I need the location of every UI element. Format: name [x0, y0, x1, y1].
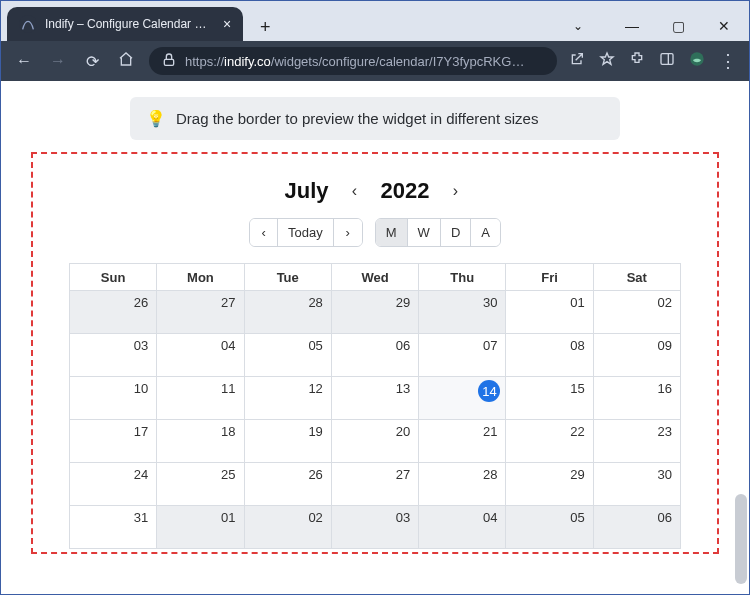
calendar-day-cell[interactable]: 17 [70, 420, 157, 462]
browser-window: Indify – Configure Calendar Widg × + ⌄ ―… [0, 0, 750, 595]
calendar-day-cell[interactable]: 05 [506, 506, 593, 548]
new-tab-button[interactable]: + [251, 13, 279, 41]
calendar-day-cell[interactable]: 21 [419, 420, 506, 462]
window-caret-icon[interactable]: ⌄ [569, 17, 587, 35]
calendar-day-cell[interactable]: 03 [70, 334, 157, 376]
view-day-button[interactable]: D [441, 219, 471, 246]
calendar-day-cell[interactable]: 05 [245, 334, 332, 376]
day-number: 16 [658, 381, 672, 396]
calendar-day-cell[interactable]: 28 [419, 463, 506, 505]
day-number: 05 [570, 510, 584, 525]
calendar-day-cell[interactable]: 28 [245, 291, 332, 333]
day-header: Tue [245, 264, 332, 290]
reload-button[interactable]: ⟳ [81, 52, 103, 71]
calendar-day-cell[interactable]: 29 [506, 463, 593, 505]
calendar-day-cell[interactable]: 03 [332, 506, 419, 548]
home-button[interactable] [115, 51, 137, 71]
window-close-icon[interactable]: ✕ [715, 17, 733, 35]
calendar-day-cell[interactable]: 15 [506, 377, 593, 419]
today-button[interactable]: Today [278, 219, 334, 246]
prev-month-button[interactable]: ‹ [345, 182, 365, 200]
calendar-day-cell[interactable]: 30 [419, 291, 506, 333]
bookmark-star-icon[interactable] [599, 51, 615, 71]
calendar-day-cell[interactable]: 02 [594, 291, 680, 333]
calendar-day-cell[interactable]: 26 [70, 291, 157, 333]
calendar-day-cell[interactable]: 06 [594, 506, 680, 548]
day-number: 03 [396, 510, 410, 525]
view-week-button[interactable]: W [408, 219, 441, 246]
calendar-day-cell[interactable]: 18 [157, 420, 244, 462]
calendar-row: 24252627282930 [70, 462, 680, 505]
view-agenda-button[interactable]: A [471, 219, 500, 246]
address-bar[interactable]: https://indify.co/widgets/configure/cale… [149, 47, 557, 75]
day-number: 06 [396, 338, 410, 353]
calendar-day-cell[interactable]: 22 [506, 420, 593, 462]
menu-icon[interactable]: ⋮ [719, 50, 737, 72]
resize-hint: 💡 Drag the border to preview the widget … [130, 97, 620, 140]
url-text: https://indify.co/widgets/configure/cale… [185, 54, 524, 69]
calendar-day-cell[interactable]: 12 [245, 377, 332, 419]
today-marker: 14 [478, 380, 500, 402]
calendar-day-cell[interactable]: 25 [157, 463, 244, 505]
day-number: 28 [483, 467, 497, 482]
calendar-day-cell[interactable]: 23 [594, 420, 680, 462]
day-number: 13 [396, 381, 410, 396]
calendar-day-cell[interactable]: 27 [332, 463, 419, 505]
day-number: 30 [658, 467, 672, 482]
share-icon[interactable] [569, 51, 585, 71]
calendar-day-cell[interactable]: 09 [594, 334, 680, 376]
calendar-day-cell[interactable]: 19 [245, 420, 332, 462]
calendar-day-cell[interactable]: 27 [157, 291, 244, 333]
lightbulb-icon: 💡 [146, 109, 166, 128]
day-number: 02 [308, 510, 322, 525]
toolbar: ← → ⟳ https://indify.co/widgets/configur… [1, 41, 749, 81]
tab-title: Indify – Configure Calendar Widg [45, 17, 215, 31]
calendar-day-cell[interactable]: 13 [332, 377, 419, 419]
panel-icon[interactable] [659, 51, 675, 71]
calendar-row: 31010203040506 [70, 505, 680, 548]
calendar-row: 03040506070809 [70, 333, 680, 376]
scrollbar[interactable] [735, 494, 747, 584]
window-minimize-icon[interactable]: ― [623, 17, 641, 35]
prev-button[interactable]: ‹ [250, 219, 278, 246]
close-tab-icon[interactable]: × [223, 16, 231, 32]
back-button[interactable]: ← [13, 52, 35, 70]
view-month-button[interactable]: M [376, 219, 408, 246]
calendar-day-cell[interactable]: 06 [332, 334, 419, 376]
svg-rect-1 [661, 54, 673, 65]
calendar-day-cell[interactable]: 10 [70, 377, 157, 419]
calendar-day-cell[interactable]: 04 [157, 334, 244, 376]
calendar-day-cell[interactable]: 01 [506, 291, 593, 333]
next-month-button[interactable]: › [445, 182, 465, 200]
calendar-header: July ‹ 2022 › [43, 178, 707, 204]
calendar-day-cell[interactable]: 30 [594, 463, 680, 505]
calendar-day-cell[interactable]: 16 [594, 377, 680, 419]
calendar-row: 26272829300102 [70, 290, 680, 333]
calendar-day-cell[interactable]: 14 [419, 377, 506, 419]
calendar-day-cell[interactable]: 29 [332, 291, 419, 333]
day-number: 26 [308, 467, 322, 482]
calendar-row: 17181920212223 [70, 419, 680, 462]
calendar-day-cell[interactable]: 02 [245, 506, 332, 548]
calendar-day-cell[interactable]: 26 [245, 463, 332, 505]
next-button[interactable]: › [334, 219, 362, 246]
day-number: 10 [134, 381, 148, 396]
widget-preview-frame[interactable]: July ‹ 2022 › ‹ Today › M W D A [31, 152, 719, 554]
day-number: 17 [134, 424, 148, 439]
profile-avatar[interactable] [689, 51, 705, 71]
calendar-day-cell[interactable]: 08 [506, 334, 593, 376]
calendar-day-cell[interactable]: 04 [419, 506, 506, 548]
calendar-day-cell[interactable]: 31 [70, 506, 157, 548]
window-maximize-icon[interactable]: ▢ [669, 17, 687, 35]
calendar-day-cell[interactable]: 07 [419, 334, 506, 376]
calendar-day-cell[interactable]: 20 [332, 420, 419, 462]
calendar-day-cell[interactable]: 24 [70, 463, 157, 505]
calendar-day-cell[interactable]: 11 [157, 377, 244, 419]
calendar-day-cell[interactable]: 01 [157, 506, 244, 548]
forward-button[interactable]: → [47, 52, 69, 70]
browser-tab[interactable]: Indify – Configure Calendar Widg × [7, 7, 243, 41]
extensions-icon[interactable] [629, 51, 645, 71]
day-number: 11 [221, 381, 235, 396]
day-number: 04 [483, 510, 497, 525]
day-number: 30 [483, 295, 497, 310]
